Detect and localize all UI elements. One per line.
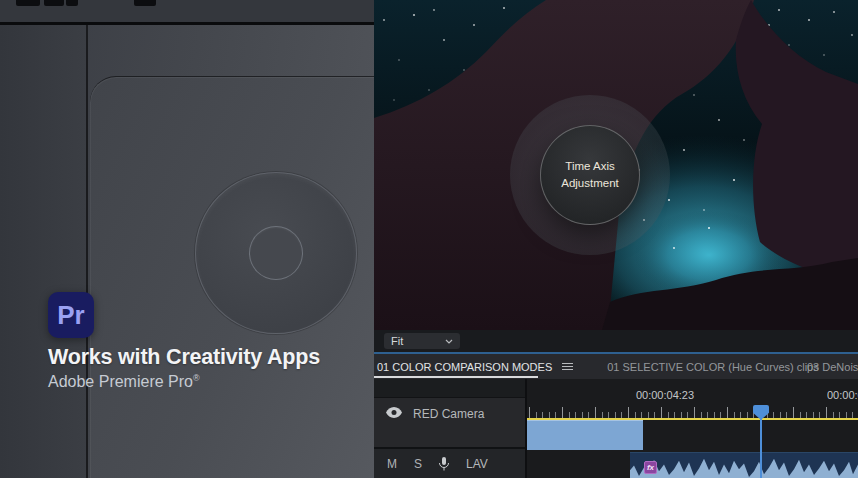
- time-axis-label-line2: Adjustment: [561, 175, 619, 192]
- premiere-pro-ui: Time Axis Adjustment Fit 01 COLOR COMPAR…: [374, 0, 858, 478]
- time-axis-adjustment-button[interactable]: Time Axis Adjustment: [540, 125, 640, 225]
- tab-color-comparison-label: 01 COLOR COMPARISON MODES: [377, 361, 552, 373]
- timeline-ruler[interactable]: [527, 407, 858, 418]
- video-track-header: RED Camera: [374, 398, 525, 449]
- microphone-icon[interactable]: [439, 457, 449, 471]
- tab-color-comparison-modes[interactable]: 01 COLOR COMPARISON MODES: [374, 354, 573, 379]
- chevron-down-icon: [445, 339, 453, 344]
- panel-tab-bar: 01 COLOR COMPARISON MODES 01 SELECTIVE C…: [374, 354, 858, 379]
- hero-subtitle: Adobe Premiere Pro®: [48, 373, 200, 391]
- tab-selective-color[interactable]: 01 SELECTIVE COLOR (Hue Curves) clips: [607, 361, 819, 373]
- track-header-column: RED Camera M S LAV: [374, 379, 527, 478]
- audio-waveform: [630, 453, 858, 478]
- audio-track-label: LAV: [466, 457, 488, 471]
- video-clip[interactable]: [527, 420, 643, 450]
- track-visibility-eye-icon[interactable]: [386, 407, 402, 418]
- device-dial: [195, 172, 357, 334]
- monitor-toolbar: Fit: [374, 330, 858, 352]
- zoom-level-select[interactable]: Fit: [384, 333, 460, 349]
- device-top-keys: [0, 0, 374, 22]
- premiere-pro-logo-text: Pr: [57, 300, 84, 331]
- screenshot-root: Pr Works with Creativity Apps Adobe Prem…: [0, 0, 858, 478]
- panel-menu-icon[interactable]: [562, 363, 573, 370]
- timecode-label: 00:00:04:23: [615, 389, 715, 401]
- premiere-pro-logo: Pr: [48, 292, 94, 338]
- audio-track-header: M S LAV: [374, 449, 525, 478]
- solo-button[interactable]: S: [414, 457, 422, 471]
- hero-subtitle-text: Adobe Premiere Pro: [48, 373, 193, 390]
- timeline-panel: RED Camera M S LAV 00:00:04:23 00:00:0: [374, 379, 858, 478]
- time-axis-label-line1: Time Axis: [565, 158, 614, 175]
- tab-denoise[interactable]: 03 DeNoise D: [807, 361, 858, 373]
- timeline-tracks: 00:00:04:23 00:00:0 fx: [527, 379, 858, 478]
- device-faceplate: [90, 76, 374, 478]
- mute-button[interactable]: M: [387, 457, 397, 471]
- audio-clip[interactable]: fx: [630, 452, 858, 478]
- video-track-label: RED Camera: [413, 407, 484, 421]
- timecode-label-right: 00:00:0: [827, 389, 858, 401]
- track-header-spacer: [374, 379, 525, 398]
- registered-trademark: ®: [193, 373, 200, 383]
- left-hero-panel: Pr Works with Creativity Apps Adobe Prem…: [0, 0, 374, 478]
- device-left-edge: [0, 25, 88, 478]
- zoom-level-value: Fit: [391, 335, 403, 347]
- fx-badge[interactable]: fx: [644, 461, 657, 474]
- program-monitor: Time Axis Adjustment: [374, 0, 858, 330]
- hero-title: Works with Creativity Apps: [48, 345, 320, 370]
- device-dial-knob: [249, 226, 303, 280]
